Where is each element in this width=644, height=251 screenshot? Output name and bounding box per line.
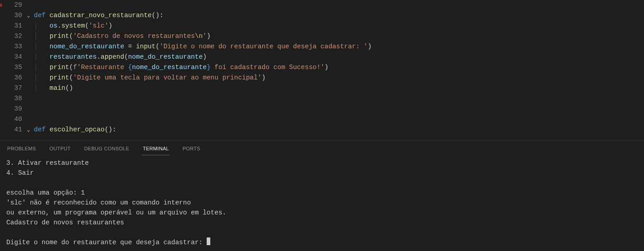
line-number[interactable]: 39 xyxy=(0,104,22,114)
line-number[interactable]: 32 xyxy=(0,31,22,42)
line-number[interactable]: 31 xyxy=(0,21,22,31)
tab-output[interactable]: OUTPUT xyxy=(49,144,72,155)
code-editor[interactable]: 29303132333435363738394041 ⌄⌄ def cadast… xyxy=(0,0,644,140)
line-number[interactable]: 40 xyxy=(0,114,22,125)
line-number[interactable]: 38 xyxy=(0,93,22,104)
line-number[interactable]: 41 xyxy=(0,125,22,135)
code-area[interactable]: def cadastrar_novo_restaurante():│ os.sy… xyxy=(34,0,644,140)
terminal-line xyxy=(6,178,638,188)
tab-ports[interactable]: PORTS xyxy=(181,144,201,155)
terminal-output[interactable]: 3. Ativar restaurante4. Sairescolha uma … xyxy=(0,155,644,251)
line-number[interactable]: 35 xyxy=(0,62,22,73)
line-number[interactable]: 36 xyxy=(0,73,22,83)
terminal-line: 4. Sair xyxy=(6,168,638,178)
tab-problems[interactable]: PROBLEMS xyxy=(6,144,37,155)
tab-terminal[interactable]: TERMINAL xyxy=(142,144,170,155)
terminal-line: 'slc' não é reconhecido como um comando … xyxy=(6,198,638,208)
line-number-gutter[interactable]: 29303132333435363738394041 xyxy=(0,0,25,140)
code-line[interactable]: def cadastrar_novo_restaurante(): xyxy=(34,10,644,21)
terminal-line: ou externo, um programa operável ou um a… xyxy=(6,208,638,218)
code-line[interactable]: │ print('Digite uma tecla para voltar ao… xyxy=(34,73,644,83)
terminal-line: Digite o nome do restaurante que deseja … xyxy=(6,237,638,247)
terminal-line: escolha uma opção: 1 xyxy=(6,188,638,198)
code-line[interactable]: │ print(f'Restaurante {nome_do_restauran… xyxy=(34,62,644,73)
chevron-down-icon[interactable]: ⌄ xyxy=(25,125,32,135)
tab-debug-console[interactable]: DEBUG CONSOLE xyxy=(83,144,130,155)
code-line[interactable] xyxy=(34,104,644,114)
terminal-line: 3. Ativar restaurante xyxy=(6,158,638,168)
code-line[interactable]: │ nome_do_restaurante = input('Digite o … xyxy=(34,42,644,52)
code-line[interactable] xyxy=(34,114,644,125)
code-line[interactable] xyxy=(34,93,644,104)
code-line[interactable]: def escolher_opcao(): xyxy=(34,125,644,135)
line-number[interactable]: 29 xyxy=(0,0,22,10)
code-line[interactable] xyxy=(34,0,644,10)
line-number[interactable]: 37 xyxy=(0,83,22,93)
terminal-line: Cadastro de novos restaurantes xyxy=(6,218,638,228)
chevron-down-icon[interactable]: ⌄ xyxy=(25,11,32,21)
terminal-line xyxy=(6,228,638,237)
panel-tabs: PROBLEMS OUTPUT DEBUG CONSOLE TERMINAL P… xyxy=(0,140,644,155)
code-line[interactable]: │ print('Cadastro de novos restaurantes\… xyxy=(34,31,644,42)
terminal-cursor xyxy=(207,237,210,245)
code-line[interactable]: │ os.system('slc') xyxy=(34,21,644,31)
breakpoint-icon[interactable] xyxy=(0,4,2,7)
bottom-panel: PROBLEMS OUTPUT DEBUG CONSOLE TERMINAL P… xyxy=(0,140,644,251)
line-number[interactable]: 33 xyxy=(0,42,22,52)
code-line[interactable]: │ restaurantes.append(nome_do_restaurant… xyxy=(34,52,644,62)
code-line[interactable]: │ main() xyxy=(34,83,644,93)
line-number[interactable]: 34 xyxy=(0,52,22,62)
line-number[interactable]: 30 xyxy=(0,10,22,21)
fold-column[interactable]: ⌄⌄ xyxy=(25,0,34,140)
